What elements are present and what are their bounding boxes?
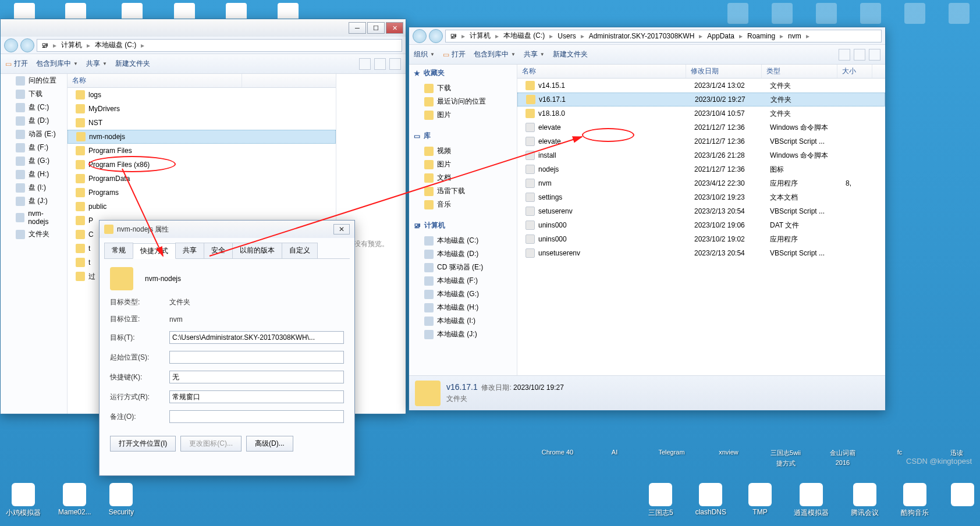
sidebar-item[interactable]: 盘 (J:) xyxy=(1,194,67,208)
desktop-icon[interactable] xyxy=(772,3,793,25)
table-row[interactable]: Programs xyxy=(68,186,336,200)
desktop-icon[interactable]: 金山词霸2016 xyxy=(825,449,860,468)
table-row[interactable]: settings 2023/10/2 19:23 文本文档 xyxy=(517,190,885,204)
table-row[interactable]: elevate 2021/12/7 12:36 Windows 命令脚本 xyxy=(517,120,885,134)
table-row[interactable]: ProgramData xyxy=(68,172,336,186)
table-row[interactable]: NST xyxy=(68,116,336,130)
breadcrumb-item[interactable]: 计算机 xyxy=(59,40,84,50)
sidebar-item[interactable]: 本地磁盘 (C:) xyxy=(409,234,517,247)
properties-tab[interactable]: 共享 xyxy=(175,243,204,258)
col-name[interactable]: 名称 xyxy=(68,74,242,87)
help-icon[interactable] xyxy=(389,58,401,70)
sidebar-item[interactable]: 文档 xyxy=(409,171,517,184)
back-button[interactable] xyxy=(413,29,427,43)
sidebar-group-libraries[interactable]: ▭库 xyxy=(409,127,517,144)
breadcrumb-item[interactable]: 本地磁盘 (C:) xyxy=(502,31,546,41)
table-row[interactable]: install 2023/1/26 21:28 Windows 命令脚本 xyxy=(517,148,885,162)
view-icon[interactable] xyxy=(374,58,386,70)
sidebar-item[interactable]: 本地磁盘 (G:) xyxy=(409,287,517,301)
sidebar-item[interactable]: 本地磁盘 (F:) xyxy=(409,274,517,287)
desktop-icon[interactable] xyxy=(816,3,837,25)
table-row[interactable]: Program Files (x86) xyxy=(68,158,336,172)
table-row[interactable]: v14.15.1 2023/1/24 13:02 文件夹 xyxy=(517,79,885,93)
sidebar-item[interactable]: 动器 (E:) xyxy=(1,127,67,141)
close-button[interactable]: ✕ xyxy=(333,224,350,234)
sidebar-item[interactable]: 文件夹 xyxy=(1,228,67,241)
sidebar-item[interactable]: 盘 (I:) xyxy=(1,181,67,194)
forward-button[interactable] xyxy=(20,38,34,52)
desktop-icon[interactable] xyxy=(904,3,925,25)
address-bar-right[interactable]: 🖳 ▸计算机▸本地磁盘 (C:)▸Users▸Administrator.SKY… xyxy=(445,30,882,42)
open-button[interactable]: ▭打开 xyxy=(5,59,28,69)
comment-input[interactable] xyxy=(169,410,344,423)
open-location-button[interactable]: 打开文件位置(I) xyxy=(110,436,176,452)
sidebar-item[interactable]: 下载 xyxy=(1,87,67,101)
table-row[interactable]: nvm 2023/4/12 22:30 应用程序 8, xyxy=(517,176,885,190)
change-icon-button[interactable]: 更改图标(C)... xyxy=(180,436,242,452)
breadcrumb-item[interactable]: 计算机 xyxy=(468,31,492,41)
properties-tab[interactable]: 自定义 xyxy=(282,243,318,258)
newfolder-button[interactable]: 新建文件夹 xyxy=(115,59,150,69)
properties-tab[interactable]: 以前的版本 xyxy=(232,243,282,258)
sidebar-item[interactable]: 音乐 xyxy=(409,198,517,211)
forward-button[interactable] xyxy=(429,29,443,43)
col-type[interactable]: 类型 xyxy=(762,65,837,78)
advanced-button[interactable]: 高级(D)... xyxy=(246,436,293,452)
properties-tab[interactable]: 快捷方式 xyxy=(133,243,176,259)
run-input[interactable] xyxy=(169,390,344,403)
col-size[interactable]: 大小 xyxy=(837,65,872,78)
table-row[interactable]: unins000 2023/10/2 19:02 应用程序 xyxy=(517,232,885,246)
sidebar-item[interactable]: 图片 xyxy=(409,158,517,171)
desktop-icon[interactable]: 腾讯会议 xyxy=(851,483,879,518)
desktop-icon[interactable]: fc xyxy=(882,449,917,468)
sidebar-item[interactable]: nvm-nodejs xyxy=(1,208,67,228)
desktop-icon[interactable]: 酷狗音乐 xyxy=(901,483,929,518)
sidebar-item[interactable]: 盘 (C:) xyxy=(1,101,67,114)
desktop-icon[interactable] xyxy=(860,3,881,25)
breadcrumb-item[interactable]: 本地磁盘 (C:) xyxy=(93,40,138,50)
share-button[interactable]: 共享▼ xyxy=(86,59,107,69)
sidebar-item[interactable]: 盘 (G:) xyxy=(1,154,67,168)
desktop-icon[interactable]: 三国志5 xyxy=(648,483,673,518)
breadcrumb-item[interactable]: Administrator.SKY-20170308KWH xyxy=(587,32,697,40)
table-row[interactable]: MyDrivers xyxy=(68,102,336,116)
help-icon[interactable] xyxy=(869,49,880,61)
desktop-icon[interactable]: TMP xyxy=(748,483,772,518)
table-row[interactable]: elevate 2021/12/7 12:36 VBScript Script … xyxy=(517,134,885,148)
table-row[interactable]: setuserenv 2023/2/13 20:54 VBScript Scri… xyxy=(517,204,885,218)
desktop-icon[interactable]: 迅读 xyxy=(939,449,974,468)
minimize-button[interactable]: ─ xyxy=(349,22,366,34)
view-icon[interactable] xyxy=(839,49,850,61)
desktop-icon[interactable]: Security xyxy=(109,483,134,518)
table-row[interactable]: public xyxy=(68,200,336,214)
include-button[interactable]: 包含到库中▼ xyxy=(474,49,516,59)
table-row[interactable]: nodejs 2021/12/7 12:36 图标 xyxy=(517,162,885,176)
breadcrumb-item[interactable]: Users xyxy=(556,32,577,40)
hotkey-input[interactable] xyxy=(169,371,344,383)
include-button[interactable]: 包含到库中▼ xyxy=(36,59,78,69)
table-row[interactable]: v18.18.0 2023/10/4 10:57 文件夹 xyxy=(517,106,885,120)
sidebar-item[interactable]: 本地磁盘 (H:) xyxy=(409,301,517,314)
desktop-icon[interactable]: Telegram xyxy=(654,449,689,468)
desktop-icon[interactable] xyxy=(949,3,970,25)
desktop-icon[interactable]: Mame02... xyxy=(58,483,91,518)
desktop-icon[interactable]: clashDNS xyxy=(695,483,726,518)
open-button[interactable]: ▭打开 xyxy=(443,49,466,59)
view-icon[interactable] xyxy=(359,58,371,70)
table-row[interactable]: unsetuserenv 2023/2/13 20:54 VBScript Sc… xyxy=(517,246,885,260)
desktop-icon[interactable]: 小鸡模拟器 xyxy=(6,483,41,518)
breadcrumb-item[interactable]: Roaming xyxy=(745,32,777,40)
table-row[interactable]: nvm-nodejs xyxy=(68,130,336,144)
back-button[interactable] xyxy=(4,38,18,52)
desktop-icon[interactable]: AI xyxy=(597,449,632,468)
sidebar-item[interactable]: 视频 xyxy=(409,144,517,158)
share-button[interactable]: 共享▼ xyxy=(524,49,545,59)
breadcrumb-item[interactable]: AppData xyxy=(705,32,736,40)
sidebar-item[interactable]: 本地磁盘 (I:) xyxy=(409,314,517,328)
table-row[interactable]: logs xyxy=(68,88,336,102)
desktop-icon[interactable]: Chrome 40 xyxy=(540,449,575,468)
maximize-button[interactable]: ☐ xyxy=(367,22,385,34)
view-icon[interactable] xyxy=(854,49,865,61)
sidebar-item[interactable]: 图片 xyxy=(409,108,517,122)
desktop-icon[interactable] xyxy=(951,483,974,518)
